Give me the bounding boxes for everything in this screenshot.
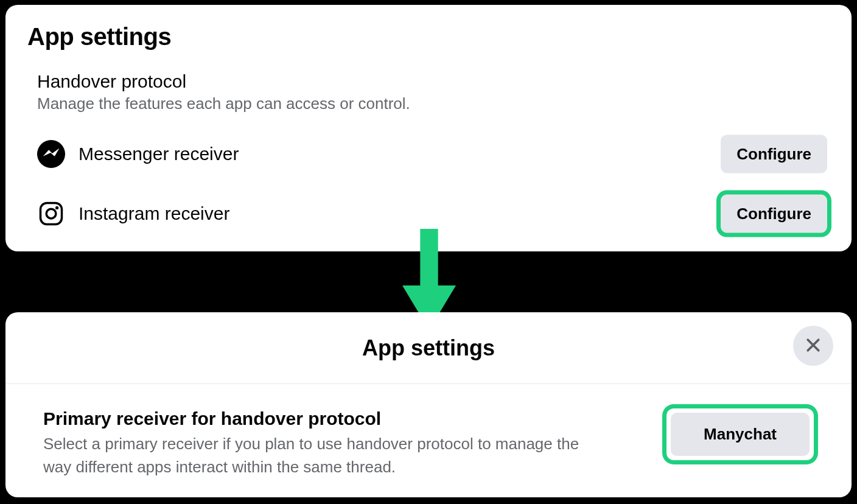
app-settings-panel: App settings Handover protocol Manage th… [5,5,852,251]
messenger-receiver-label: Messenger receiver [79,144,239,164]
messenger-icon [37,140,65,168]
svg-point-0 [37,140,65,168]
instagram-icon [37,200,65,228]
svg-point-2 [46,209,56,219]
messenger-configure-button[interactable]: Configure [721,135,827,173]
primary-receiver-text: Primary receiver for handover protocol S… [43,408,591,478]
primary-receiver-highlight: Manychat [666,408,814,460]
handover-section-title: Handover protocol [37,71,827,92]
primary-receiver-select[interactable]: Manychat [671,413,810,456]
modal-title: App settings [362,335,495,361]
primary-receiver-description: Select a primary receiver if you plan to… [43,433,591,478]
page-title: App settings [27,23,827,51]
svg-rect-4 [420,229,438,289]
primary-receiver-title: Primary receiver for handover protocol [43,408,591,429]
close-icon [804,336,822,356]
instagram-receiver-label: Instagram receiver [79,203,229,224]
svg-rect-1 [41,203,62,225]
messenger-receiver-row: Messenger receiver Configure [37,131,827,177]
modal-body: Primary receiver for handover protocol S… [5,384,852,478]
svg-point-3 [55,206,58,209]
close-button[interactable] [793,326,833,366]
app-settings-modal: App settings Primary receiver for handov… [5,312,852,497]
instagram-configure-button[interactable]: Configure [721,195,827,233]
handover-section-subtitle: Manage the features each app can access … [37,94,827,113]
modal-header: App settings [5,312,852,384]
